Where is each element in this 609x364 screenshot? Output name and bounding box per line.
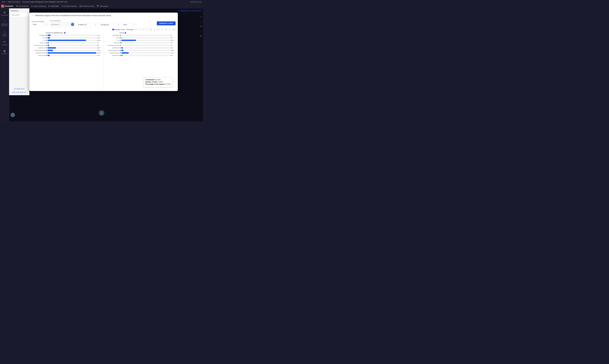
nav-subclustering[interactable]: ⚡ Sub-clustering [15,5,29,8]
nav-tsne[interactable]: ⊕ t-SNE/UMAP [47,5,60,8]
celltype-icon: ◈ [62,5,63,7]
differential-expression-label: Differential Expression [1,23,8,26]
bar-fill [48,37,50,39]
gene-expression-section: Gene expression 🔍 [50,20,75,26]
bar-fill [48,55,50,56]
bar-row: connective tissue cell 53 [105,44,176,46]
x-axis-arrow: ▼ [95,24,96,25]
breadcrumb-home[interactable]: Home [2,1,5,3]
logo-text[interactable]: browserX [5,5,13,7]
bar-row-label: T cell [32,40,47,41]
bar-fill [48,42,49,44]
bar-value: 1,059 [170,50,176,51]
tooltip-pct: Percentage in this dataset: 19.70% [145,83,171,85]
pct-100: 100% [172,29,176,30]
gene-panel-footer: MY GENE SETS SAVE THIS GENE SET [11,88,28,94]
sidebar-item-composition[interactable]: ⊞ Composition [0,10,9,17]
gene-panel-title: Input genes [11,10,28,12]
bar-fill [121,37,122,39]
x-axis-select[interactable]: condition (2) ▼ [77,23,98,26]
color-value: None [123,24,127,26]
bar-row-label: secretory cell [32,55,47,56]
breadcrumb-page: Pan-cancer single-cell landscape of tumo… [23,1,67,3]
bar-value: 801 [97,45,102,46]
sidebar-item-differential-expression[interactable]: ≈ Differential Expression [0,19,9,27]
bar-container [48,40,96,41]
bar-value: 406 [170,37,176,39]
bar-row: blood cell 710 [32,42,102,44]
nav-celltype-label: Cell Type Prediction [63,5,77,7]
bar-row: epithelial cell 924 [105,47,176,49]
bar-fill [121,47,123,49]
nav-aucell[interactable]: ◉ AUCell Enrichment [78,5,96,8]
pct-60: 60% [157,29,160,30]
bar-row: Unassigned 62 [105,34,176,36]
x-axis-value: condition (2) [78,24,87,26]
nav-subclustering-label: Sub-clustering [19,5,28,7]
bar-row-label: myeloid leukocyte [105,52,121,54]
nav-celltype[interactable]: ◈ Cell Type Prediction [61,5,78,8]
generate-chart-button[interactable]: GENERATE CHART [157,21,176,25]
bar-container [121,42,170,44]
bar-row: connective tissue cell 801 [32,44,102,46]
bar-row-label: B cell [32,37,47,39]
my-gene-sets-button[interactable]: MY GENE SETS [11,88,28,90]
bar-row-dot [46,45,47,46]
modal-gene-input[interactable] [51,24,70,25]
louvain-icon: ◎ [31,5,32,7]
bar-container [48,37,96,39]
legend-swatch [112,29,114,30]
bar-row-label: innate lymphoid cell [32,50,47,51]
bar-value: 3,230 [97,50,102,51]
cells-search-icon: 🔍 [97,5,99,7]
chart-controls: Numerical metadata None ▼ Gene expressio… [29,19,178,28]
bar-row-dot [120,50,121,51]
breadcrumb-section[interactable]: Single cells datasets [8,1,20,3]
bar-row-label: Unassigned [105,35,121,36]
modal-header: ← Multimodal mapping of the tumor and pe… [29,13,178,19]
bar-container [48,47,96,49]
condition-name-normal: normal [119,32,124,34]
user-avatar-sidebar[interactable]: 👤 [11,113,15,117]
gene-search-input[interactable] [12,14,31,16]
y-axis-value: cell type (9) [101,24,109,26]
bar-fill [48,35,51,36]
modal-back-button[interactable]: ← [32,14,34,17]
bar-row-dot [120,55,121,56]
sidebar-item-heatmap[interactable]: ▦ Heatmap [1,49,8,55]
bar-row-dot [46,52,47,53]
bar-row: blood cell 147 [105,42,176,44]
modal-title: Multimodal mapping of the tumor and peri… [35,14,112,16]
tooltip-cells-label: Number of cells: [145,81,157,83]
numerical-metadata-select[interactable]: None ▼ [32,23,48,26]
pct-circle-60 [154,29,155,30]
gene-search-box: 🔍 [11,13,28,17]
y-axis-select[interactable]: cell type (9) ▼ [99,23,120,26]
condition-label-normal: normal [105,32,176,34]
bar-value: 4,171 [170,52,176,54]
secondary-nav: b browserX ⚡ Sub-clustering ◎ Louvain Cl… [0,4,203,8]
bar-fill [121,42,122,44]
marker-genes-icon: ◇ [3,30,5,33]
bar-row-label: Unassigned [32,35,47,36]
bar-fill [48,45,49,46]
nav-louvain[interactable]: ◎ Louvain Clustering [30,5,47,8]
bar-row-dot [120,47,121,48]
bar-row-dot [46,50,47,51]
bar-row: innate lymphoid cell 1,059 [105,49,176,52]
color-select[interactable]: None ▼ [122,23,136,26]
condition-label-neoplasm: neoplasm of epithelial tissue [32,32,102,34]
save-gene-set-button[interactable]: SAVE THIS GENE SET [11,91,28,94]
condition-group-normal: normal Unassigned 62B cell 406T cell 8,7… [105,32,176,90]
clonotype-icon: ⟳ [3,40,6,44]
nav-cells-search[interactable]: 🔍 Cells search [96,5,109,8]
modal-gene-search-button[interactable]: 🔍 [71,23,74,26]
tooltip-cells: Number of cells: 16,009 [145,81,171,83]
nav-tsne-label: t-SNE/UMAP [50,5,59,7]
sidebar-item-marker-genes[interactable]: ◇ Marker Genes [0,29,9,37]
bar-row-dot [120,35,121,36]
marker-genes-label: Marker Genes [1,34,8,37]
group-separator [104,32,104,90]
sidebar-item-clonotype[interactable]: ⟳ Clonotype [1,40,8,46]
bar-fill [121,40,136,41]
